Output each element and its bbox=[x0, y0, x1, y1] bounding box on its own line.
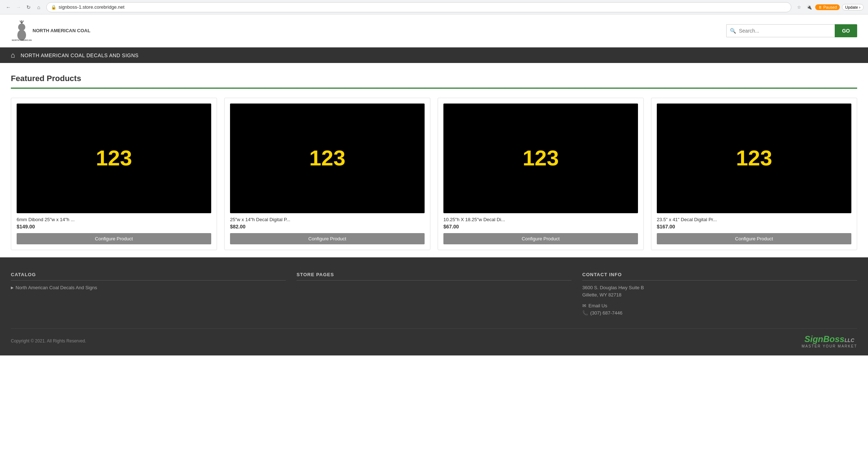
product-image-2: 123 bbox=[443, 104, 638, 213]
product-image-1: 123 bbox=[230, 104, 425, 213]
logo-area: NORTH AMERICAN NORTH AMERICAN COAL bbox=[11, 20, 90, 42]
product-name-1: 25"w x 14"h Decal Digital P... bbox=[230, 217, 425, 222]
product-number-1: 123 bbox=[309, 147, 345, 169]
logo-text: NORTH AMERICAN COAL bbox=[33, 28, 90, 34]
footer-catalog-col: CATALOG ▶ North American Coal Decals And… bbox=[11, 272, 286, 317]
product-price-3: $167.00 bbox=[657, 224, 851, 229]
product-image-0: 123 bbox=[17, 104, 211, 213]
nav-bar: ⌂ NORTH AMERICAN COAL DECALS AND SIGNS bbox=[0, 47, 868, 63]
footer-contact-col: CONTACT INFO 3600 S. Douglas Hwy Suite B… bbox=[582, 272, 857, 317]
store-header: NORTH AMERICAN NORTH AMERICAN COAL 🔍 GO bbox=[0, 14, 868, 47]
product-card-1: 123 25"w x 14"h Decal Digital P... $82.0… bbox=[224, 98, 430, 250]
product-info-0: 6mm Dibond 25"w x 14"h ... $149.00 Confi… bbox=[17, 217, 211, 244]
product-card-0: 123 6mm Dibond 25"w x 14"h ... $149.00 C… bbox=[11, 98, 217, 250]
star-button[interactable]: ☆ bbox=[795, 3, 803, 11]
extensions-button[interactable]: 🔌 bbox=[805, 3, 813, 11]
forward-button[interactable]: → bbox=[14, 3, 22, 11]
footer-copyright: Copyright © 2021. All Rights Reserved. S… bbox=[11, 328, 857, 348]
products-grid: 123 6mm Dibond 25"w x 14"h ... $149.00 C… bbox=[11, 98, 857, 250]
search-area: 🔍 GO bbox=[726, 24, 857, 37]
nav-buttons: ← → ↻ ⌂ bbox=[4, 3, 43, 11]
phone-contact: 📞 (307) 687-7446 bbox=[582, 310, 857, 316]
paused-button[interactable]: ⏸ Paused bbox=[815, 4, 839, 10]
home-button[interactable]: ⌂ bbox=[35, 3, 43, 11]
signboss-branding: SignBossLLC MASTER YOUR MARKET bbox=[801, 334, 857, 348]
product-image-3: 123 bbox=[657, 104, 851, 213]
featured-title: Featured Products bbox=[11, 74, 857, 83]
search-input[interactable] bbox=[726, 24, 835, 37]
reload-button[interactable]: ↻ bbox=[25, 3, 33, 11]
address-line2: Gillette, WY 82718 bbox=[582, 292, 857, 298]
lock-icon: 🔒 bbox=[51, 5, 56, 10]
contact-title: CONTACT INFO bbox=[582, 272, 857, 281]
product-info-3: 23.5" x 41" Decal Digital Pr... $167.00 … bbox=[657, 217, 851, 244]
product-name-2: 10.25"h X 18.25"w Decal Di... bbox=[443, 217, 638, 222]
browser-actions: ☆ 🔌 ⏸ Paused Update › bbox=[795, 3, 864, 11]
url-text: signboss-1.store.corebridge.net bbox=[59, 4, 124, 10]
phone-icon: 📞 bbox=[582, 310, 588, 316]
featured-underline bbox=[11, 88, 857, 89]
copyright-text: Copyright © 2021. All Rights Reserved. bbox=[11, 338, 86, 344]
catalog-link[interactable]: ▶ North American Coal Decals And Signs bbox=[11, 285, 286, 290]
address-bar[interactable]: 🔒 signboss-1.store.corebridge.net bbox=[46, 2, 791, 12]
arrow-icon: ▶ bbox=[11, 286, 14, 290]
catalog-title: CATALOG bbox=[11, 272, 286, 281]
product-price-0: $149.00 bbox=[17, 224, 211, 229]
product-name-3: 23.5" x 41" Decal Digital Pr... bbox=[657, 217, 851, 222]
email-icon: ✉ bbox=[582, 303, 586, 308]
product-number-0: 123 bbox=[96, 147, 132, 169]
configure-button-3[interactable]: Configure Product bbox=[657, 233, 851, 244]
nav-title: NORTH AMERICAN COAL DECALS AND SIGNS bbox=[21, 52, 139, 58]
search-go-button[interactable]: GO bbox=[835, 24, 857, 37]
product-price-1: $82.00 bbox=[230, 224, 425, 229]
update-button[interactable]: Update › bbox=[842, 4, 864, 10]
svg-text:NORTH AMERICAN: NORTH AMERICAN bbox=[12, 39, 31, 41]
footer-grid: CATALOG ▶ North American Coal Decals And… bbox=[11, 272, 857, 317]
product-number-3: 123 bbox=[736, 147, 772, 169]
product-number-2: 123 bbox=[523, 147, 559, 169]
search-wrapper: 🔍 bbox=[726, 24, 835, 37]
configure-button-1[interactable]: Configure Product bbox=[230, 233, 425, 244]
signboss-logo: SignBossLLC bbox=[804, 334, 854, 344]
signboss-tagline: MASTER YOUR MARKET bbox=[801, 344, 857, 348]
phone-number: (307) 687-7446 bbox=[590, 310, 622, 316]
logo-icon: NORTH AMERICAN bbox=[11, 20, 33, 42]
address-line1: 3600 S. Douglas Hwy Suite B bbox=[582, 285, 857, 290]
product-card-3: 123 23.5" x 41" Decal Digital Pr... $167… bbox=[651, 98, 857, 250]
product-price-2: $67.00 bbox=[443, 224, 638, 229]
home-nav-icon[interactable]: ⌂ bbox=[11, 51, 15, 59]
product-info-2: 10.25"h X 18.25"w Decal Di... $67.00 Con… bbox=[443, 217, 638, 244]
email-contact: ✉ Email Us bbox=[582, 303, 857, 308]
store-footer: CATALOG ▶ North American Coal Decals And… bbox=[0, 257, 868, 355]
footer-store-pages-col: STORE PAGES bbox=[297, 272, 571, 317]
main-content: Featured Products 123 6mm Dibond 25"w x … bbox=[0, 63, 868, 257]
search-icon: 🔍 bbox=[730, 28, 736, 34]
back-button[interactable]: ← bbox=[4, 3, 12, 11]
product-card-2: 123 10.25"h X 18.25"w Decal Di... $67.00… bbox=[438, 98, 644, 250]
email-link[interactable]: Email Us bbox=[588, 303, 607, 308]
product-name-0: 6mm Dibond 25"w x 14"h ... bbox=[17, 217, 211, 222]
browser-chrome: ← → ↻ ⌂ 🔒 signboss-1.store.corebridge.ne… bbox=[0, 0, 868, 14]
store-pages-title: STORE PAGES bbox=[297, 272, 571, 281]
configure-button-2[interactable]: Configure Product bbox=[443, 233, 638, 244]
product-info-1: 25"w x 14"h Decal Digital P... $82.00 Co… bbox=[230, 217, 425, 244]
configure-button-0[interactable]: Configure Product bbox=[17, 233, 211, 244]
